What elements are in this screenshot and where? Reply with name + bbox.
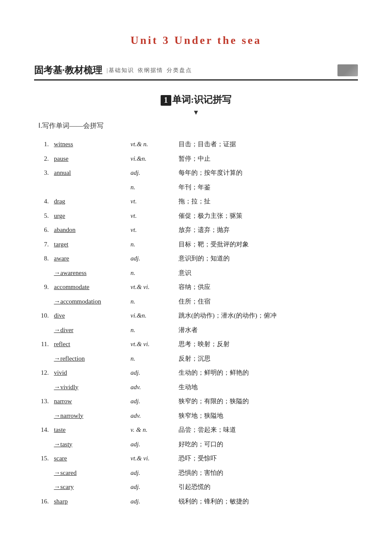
word-meaning: 品尝；尝起来；味道 [176,423,358,437]
section-header-badge [337,64,358,76]
deriv-pos: n. [128,266,176,280]
table-row: 14.tastev. & n.品尝；尝起来；味道 [34,423,358,437]
deriv-pos: adj. [128,437,176,452]
table-row: 13.narrowadj.狭窄的；有限的；狭隘的 [34,394,358,409]
word-cell: drag [51,194,128,209]
word-meaning: 放弃；遗弃；抛弃 [176,223,358,237]
word-cell: taste [51,423,128,437]
word-num: 10. [34,309,51,323]
deriv-meaning: 意识 [176,266,358,280]
table-row: 15.scarevt.& vi.恐吓；受惊吓 [34,451,358,466]
deriv-word: →vividly [54,384,78,390]
deriv-pos: n. [128,295,176,309]
word-text: urge [54,212,65,219]
arrow-down: ▼ [34,109,358,116]
unit-title-subtitle: 识记拼写 [194,94,231,105]
title-text: Unit 3 Under the sea [130,34,262,46]
word-pos: vt.& n. [128,137,176,152]
word-pos: adj. [128,494,176,509]
section-header-main: 固考基·教材梳理 [34,64,102,77]
section-num-badge: 1 [161,95,171,106]
word-pos: adj. [128,394,176,409]
word-num: 4. [34,194,51,209]
word-pos: vt. [128,223,176,237]
table-row: 12.vividadj.生动的；鲜明的；鲜艳的 [34,366,358,380]
word-meaning: 恐吓；受惊吓 [176,451,358,466]
deriv-meaning: 狭窄地；狭隘地 [176,409,358,423]
deriv-num [34,466,51,480]
table-row: 9.accommodatevt.& vi.容纳；供应 [34,280,358,295]
deriv-row: →scaryadj.引起恐慌的 [34,480,358,494]
word-num: 12. [34,366,51,380]
word-pos: vt. [128,194,176,209]
deriv-word: →scared [54,469,76,476]
word-cell: witness [51,137,128,152]
word-num: 11. [34,337,51,352]
word-meaning: 意识到的；知道的 [176,251,358,266]
word-pos: vi.&n. [128,309,176,323]
word-cell: accommodate [51,280,128,295]
deriv-num [34,480,51,494]
word-pos: adj. [128,251,176,266]
word-pos: adj. [128,166,176,180]
deriv-row: n.年刊；年鉴 [34,180,358,195]
word-cell: vivid [51,366,128,380]
section-header: 固考基·教材梳理 | 基础知识 依纲据情 分类盘点 [34,64,358,81]
deriv-row: →vividlyadv.生动地 [34,380,358,395]
deriv-num [34,323,51,338]
deriv-meaning: 生动地 [176,380,358,395]
word-text: abandon [54,226,75,233]
table-row: 2.pausevi.&n.暂停；中止 [34,152,358,166]
deriv-row: →awarenessn.意识 [34,266,358,280]
deriv-word-cell: →accommodation [51,295,128,309]
deriv-word-cell [51,180,128,195]
word-num: 6. [34,223,51,237]
word-meaning: 生动的；鲜明的；鲜艳的 [176,366,358,380]
word-meaning: 拖；拉；扯 [176,194,358,209]
word-num: 7. [34,237,51,252]
word-cell: target [51,237,128,252]
word-cell: scare [51,451,128,466]
word-text: vivid [54,369,67,376]
deriv-num [34,409,51,423]
deriv-pos: adv. [128,380,176,395]
section-header-sub3: 分类盘点 [167,66,192,74]
word-meaning: 暂停；中止 [176,152,358,166]
word-cell: narrow [51,394,128,409]
word-text: reflect [54,341,70,347]
word-text: narrow [54,398,72,405]
word-cell: sharp [51,494,128,509]
deriv-num [34,295,51,309]
word-num: 5. [34,209,51,223]
table-row: 1.witnessvt.& n.目击；目击者；证据 [34,137,358,152]
deriv-word-cell: →vividly [51,380,128,395]
deriv-pos: adj. [128,480,176,494]
word-meaning: 跳水(的动作)；潜水(的动作)；俯冲 [176,309,358,323]
deriv-pos: n. [128,323,176,338]
word-num: 16. [34,494,51,509]
unit-title-word: 单词 [172,94,191,105]
deriv-pos: adv. [128,409,176,423]
word-text: target [54,241,68,248]
table-row: 3.annualadj.每年的；按年度计算的 [34,166,358,180]
word-text: dive [54,312,65,319]
word-table: 1.witnessvt.& n.目击；目击者；证据2.pausevi.&n.暂停… [34,137,358,509]
unit-section-title-row: 1单词:识记拼写 [34,93,358,106]
word-meaning: 催促；极力主张；驱策 [176,209,358,223]
word-pos: vt.& vi. [128,280,176,295]
word-meaning: 狭窄的；有限的；狭隘的 [176,394,358,409]
word-num: 9. [34,280,51,295]
word-num: 3. [34,166,51,180]
deriv-num [34,437,51,452]
word-text: scare [54,455,67,462]
word-text: witness [54,141,73,147]
section-divider: | [107,67,108,74]
deriv-meaning: 好吃的；可口的 [176,437,358,452]
deriv-meaning: 恐惧的；害怕的 [176,466,358,480]
page-title: Unit 3 Under the sea [34,34,358,47]
word-cell: aware [51,251,128,266]
word-num: 15. [34,451,51,466]
word-num: 8. [34,251,51,266]
section-header-sub1: 基础知识 [109,66,134,74]
deriv-word-cell: →awareness [51,266,128,280]
